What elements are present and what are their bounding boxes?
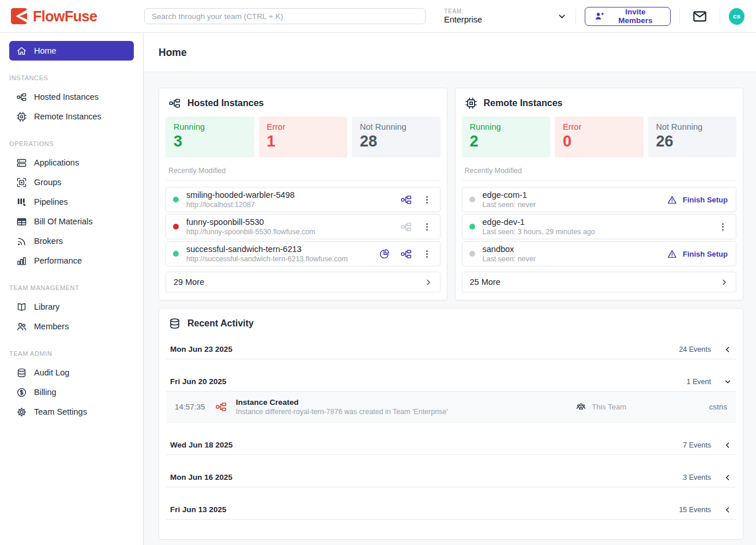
sidebar-item-groups[interactable]: Groups <box>9 172 134 192</box>
instance-row[interactable]: funny-spoonbill-5530 http://funny-spoonb… <box>166 214 441 239</box>
flowfuse-logo[interactable]: FlowFuse <box>10 7 144 25</box>
chevron-left-icon <box>724 506 732 514</box>
activity-group-toggle[interactable]: Mon Jun 23 2025 24 Events <box>166 339 736 359</box>
finish-setup-button[interactable]: Finish Setup <box>667 249 728 260</box>
device-row[interactable]: edge-com-1 Last seen: never Finish Setup <box>462 187 737 212</box>
warning-icon <box>667 249 678 260</box>
kebab-menu-button[interactable] <box>422 249 432 259</box>
hosted-more-link[interactable]: 29 More <box>166 272 441 292</box>
nodes-icon <box>16 92 27 103</box>
header-divider <box>576 9 576 24</box>
recently-modified-label: Recently Modified <box>166 167 441 181</box>
device-name: edge-dev-1 <box>483 217 719 227</box>
dashboard-button[interactable] <box>379 248 390 260</box>
sidebar: Home INSTANCES Hosted Instances Remote I… <box>0 33 144 545</box>
instance-name: funny-spoonbill-5530 <box>186 217 400 227</box>
device-last-seen: Last seen: never <box>483 255 667 263</box>
sidebar-item-team-settings[interactable]: Team Settings <box>9 402 134 422</box>
device-row[interactable]: sandbox Last seen: never Finish Setup <box>462 241 737 266</box>
open-editor-button-disabled[interactable] <box>400 221 412 233</box>
sidebar-section-team-admin: TEAM ADMIN <box>9 350 134 357</box>
chevron-down-icon <box>724 378 732 386</box>
hosted-stat-error: Error 1 <box>259 116 348 157</box>
remote-instances-card: Remote Instances Running 2 Error 0 Not R… <box>455 88 744 300</box>
nodes-icon <box>168 97 181 110</box>
user-avatar[interactable]: cs <box>729 8 744 25</box>
hosted-instances-card: Hosted Instances Running 3 Error 1 Not R… <box>159 88 447 300</box>
nodes-icon <box>400 194 412 206</box>
finish-setup-button[interactable]: Finish Setup <box>667 194 728 205</box>
nodes-icon <box>400 221 412 233</box>
users-group-icon <box>576 401 586 412</box>
device-row[interactable]: edge-dev-1 Last seen: 3 hours, 29 minute… <box>462 214 737 239</box>
activity-group-toggle[interactable]: Wed Jun 18 2025 7 Events <box>166 435 736 455</box>
sidebar-item-applications[interactable]: Applications <box>9 153 134 172</box>
sidebar-item-members[interactable]: Members <box>9 317 134 336</box>
card-title: Hosted Instances <box>187 98 264 108</box>
database-icon <box>16 367 27 378</box>
activity-group-toggle[interactable]: Fri Jun 13 2025 15 Events <box>166 499 736 520</box>
open-editor-button[interactable] <box>400 248 412 260</box>
open-editor-button[interactable] <box>400 194 412 206</box>
activity-date: Fri Jun 20 2025 <box>170 377 687 386</box>
activity-group-toggle[interactable]: Fri Jun 20 2025 1 Event <box>166 371 736 392</box>
chevron-left-icon <box>724 441 732 449</box>
status-dot-stopped <box>469 197 475 202</box>
status-dot-error <box>173 224 179 230</box>
main-area: Home Hosted Instances Running 3 <box>144 33 756 545</box>
invite-members-button[interactable]: Invite Members <box>585 7 671 26</box>
sidebar-item-home[interactable]: Home <box>9 41 134 61</box>
user-plus-icon <box>594 11 604 21</box>
card-title: Recent Activity <box>187 318 254 329</box>
status-dot-stopped <box>469 251 475 257</box>
notifications-button[interactable] <box>689 9 711 24</box>
home-icon <box>16 46 27 57</box>
sidebar-item-bill-of-materials[interactable]: Bill Of Materials <box>9 212 134 231</box>
sidebar-section-team-management: TEAM MANAGEMENT <box>9 284 134 291</box>
event-user: cstns <box>626 403 727 411</box>
chevron-right-icon <box>720 278 728 287</box>
remote-more-link[interactable]: 25 More <box>462 272 737 292</box>
activity-date: Mon Jun 23 2025 <box>170 345 679 354</box>
recently-modified-label: Recently Modified <box>462 167 737 181</box>
activity-group: Mon Jun 23 2025 24 Events <box>166 339 736 359</box>
instance-row[interactable]: successful-sandwich-tern-6213 http://suc… <box>166 241 441 266</box>
sidebar-item-performance[interactable]: Performance <box>9 251 134 270</box>
kebab-menu-button[interactable] <box>718 222 728 232</box>
sidebar-item-brokers[interactable]: Brokers <box>9 231 134 251</box>
activity-group: Fri Jun 13 2025 15 Events <box>166 499 736 520</box>
activity-date: Mon Jun 16 2025 <box>170 473 683 482</box>
sidebar-item-hosted-instances[interactable]: Hosted Instances <box>9 87 134 107</box>
kebab-menu-button[interactable] <box>422 195 432 205</box>
sidebar-item-audit-log[interactable]: Audit Log <box>9 363 134 382</box>
activity-group-toggle[interactable]: Mon Jun 16 2025 3 Events <box>166 467 736 487</box>
activity-group: Fri Jun 20 2025 1 Event 14:57:35 Instanc… <box>166 371 736 423</box>
sidebar-item-remote-instances[interactable]: Remote Instances <box>9 107 134 126</box>
search-input[interactable] <box>144 8 426 24</box>
page-content: Hosted Instances Running 3 Error 1 Not R… <box>144 72 756 545</box>
sidebar-item-billing[interactable]: Billing <box>9 382 134 402</box>
team-selector[interactable]: TEAM: Enterprise <box>444 8 567 24</box>
remote-stat-error: Error 0 <box>555 116 644 157</box>
nodes-icon <box>400 248 412 260</box>
kebab-menu-button[interactable] <box>422 222 432 232</box>
sidebar-section-instances: INSTANCES <box>9 74 134 81</box>
chevron-down-icon <box>557 12 567 21</box>
sidebar-item-pipelines[interactable]: Pipelines <box>9 192 134 212</box>
instance-row[interactable]: smiling-hooded-warbler-5498 http://local… <box>166 187 441 212</box>
instance-url: http://successful-sandwich-tern-6213.flo… <box>186 255 379 263</box>
sidebar-item-library[interactable]: Library <box>9 297 134 317</box>
team-name: Enterprise <box>444 15 557 24</box>
apps-icon <box>16 157 27 168</box>
brand-name: FlowFuse <box>33 8 97 25</box>
activity-event-count: 3 Events <box>683 473 711 482</box>
instance-name: smiling-hooded-warbler-5498 <box>186 190 400 200</box>
header-divider <box>720 9 720 24</box>
pie-chart-icon <box>379 248 390 260</box>
activity-event-count: 7 Events <box>683 441 711 449</box>
status-dot-running <box>469 224 475 230</box>
device-name: sandbox <box>483 245 667 254</box>
status-dot-running <box>173 197 179 202</box>
chip-frame-icon <box>16 177 27 188</box>
top-header: FlowFuse TEAM: Enterprise Invite Members… <box>0 0 756 33</box>
